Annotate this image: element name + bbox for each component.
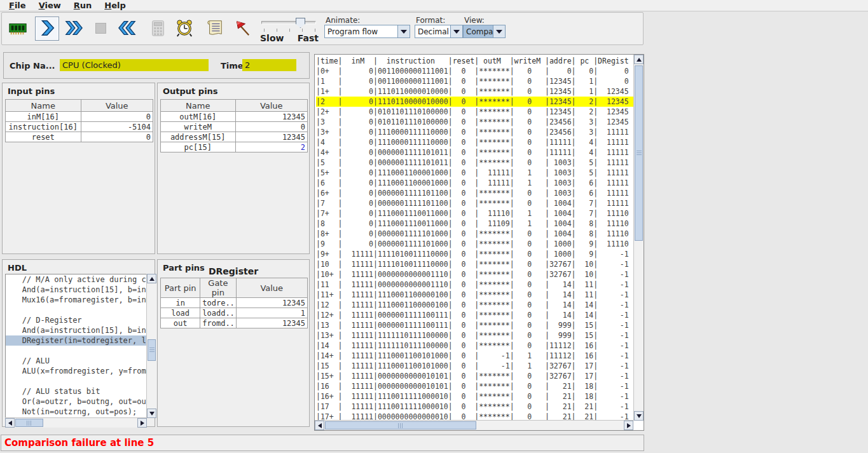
trace-row: |5+ | 0|1110001100001000| 0 | 11111| 1 |… bbox=[316, 168, 633, 178]
alarm-clock-icon bbox=[175, 18, 194, 39]
hdl-line: DRegister(in=todregister, lo bbox=[6, 335, 146, 346]
menu-run[interactable]: Run bbox=[67, 1, 99, 10]
chevron-down-icon[interactable] bbox=[493, 25, 506, 38]
scroll-left-icon[interactable] bbox=[315, 421, 324, 430]
animate-select[interactable]: Program flow bbox=[324, 25, 410, 38]
hdl-code-view: // M/A only active during c And(a=instru… bbox=[5, 274, 147, 418]
column-header: Name bbox=[6, 100, 81, 112]
fast-forward-icon bbox=[64, 18, 83, 39]
status-bar: Comparison failure at line 5 bbox=[1, 435, 644, 451]
trace-row: |0+ | 0|0011000000111001| 0 |*******| 0 … bbox=[316, 66, 633, 76]
breakpoints-button[interactable] bbox=[230, 17, 254, 41]
pin-name: pc[15] bbox=[161, 142, 236, 152]
scroll-down-icon[interactable] bbox=[634, 411, 644, 421]
hdl-line: // ALU bbox=[6, 356, 146, 366]
trace-vscroll-thumb[interactable] bbox=[635, 65, 643, 241]
table-row: inM[16]0 bbox=[6, 112, 153, 122]
single-step-button[interactable] bbox=[35, 17, 59, 41]
load-chip-button[interactable] bbox=[6, 17, 30, 41]
rewind-icon bbox=[118, 18, 137, 39]
pin-name: in bbox=[161, 298, 200, 308]
view-select[interactable]: Compa... bbox=[463, 25, 506, 38]
step-forward-icon bbox=[38, 18, 57, 39]
hdl-line: // ALU status bit bbox=[6, 386, 146, 396]
trace-row: |8 | 0|1110001110011000| 0 | 11109| 1 | … bbox=[316, 219, 633, 229]
pin-name: out bbox=[161, 318, 200, 328]
pin-value: 12345 bbox=[236, 298, 308, 308]
stop-button bbox=[88, 17, 113, 41]
trace-row: |11+ | 11111|1110001100000100| 0 |******… bbox=[316, 290, 633, 300]
trace-row: |4+ | 0|0000001111101011| 0 |*******| 0 … bbox=[316, 147, 633, 158]
trace-row: |17+ | 11111|0000000000000010| 0 |******… bbox=[316, 412, 633, 420]
pin-value: -5104 bbox=[81, 122, 153, 132]
pin-value: 12345 bbox=[235, 132, 308, 142]
pin-value: 12345 bbox=[235, 112, 308, 122]
trace-row: |14 | 11111|1111110111100000| 0 |*******… bbox=[316, 341, 633, 351]
speed-slider[interactable]: Slow Fast bbox=[259, 15, 321, 44]
reset-button[interactable] bbox=[115, 17, 139, 41]
hdl-panel: HDL // M/A only active during c And(a=in… bbox=[2, 259, 155, 427]
chip-name-field[interactable]: CPU (Clocked) bbox=[60, 59, 209, 71]
part-pins-table: Part pinGate pinValueintodre...12345load… bbox=[160, 278, 308, 328]
trace-row: |8+ | 0|0000001111101000| 0 |*******| 0 … bbox=[316, 229, 633, 239]
pin-value: 2 bbox=[235, 142, 308, 152]
hdl-line: Not(in=outzrng, out=pos); bbox=[6, 407, 146, 417]
pin-name: load bbox=[161, 308, 200, 318]
pin-name: addressM[15] bbox=[161, 132, 236, 142]
part-pins-panel: Part pins DRegister Part pinGate pinValu… bbox=[157, 259, 310, 427]
trace-row: |3+ | 0|1110000111110000| 0 |*******| 0 … bbox=[316, 127, 633, 137]
trace-vertical-scrollbar[interactable] bbox=[633, 55, 644, 421]
slider-fast-label: Fast bbox=[298, 33, 319, 43]
animate-label: Animate: bbox=[326, 16, 360, 25]
scroll-up-icon[interactable] bbox=[147, 274, 156, 283]
view-script-button[interactable] bbox=[203, 17, 227, 41]
scroll-right-icon[interactable] bbox=[137, 418, 147, 428]
hdl-horizontal-scrollbar[interactable] bbox=[5, 417, 147, 428]
hdl-vertical-scrollbar[interactable] bbox=[146, 274, 156, 418]
pin-name: inM[16] bbox=[6, 112, 81, 122]
column-header: Value bbox=[81, 100, 153, 112]
calculator-button bbox=[146, 17, 170, 41]
input-pins-table: NameValueinM[16]0instruction[16]-5104res… bbox=[5, 99, 153, 142]
slider-track[interactable] bbox=[261, 21, 316, 24]
trace-row: |6 | 0|1110001100001000| 0 | 11111| 1 | … bbox=[316, 178, 633, 188]
menu-help[interactable]: Help bbox=[98, 1, 132, 10]
run-button[interactable] bbox=[62, 17, 86, 41]
format-select[interactable]: Decimal bbox=[415, 25, 463, 38]
hdl-title: HDL bbox=[8, 263, 27, 273]
status-message: Comparison failure at line 5 bbox=[1, 437, 154, 449]
trace-row: |17 | 11111|1110011111000010| 0 |*******… bbox=[316, 402, 633, 412]
scroll-right-icon[interactable] bbox=[624, 421, 633, 430]
clock-button[interactable] bbox=[172, 17, 196, 41]
trace-row: |10 | 11111|1111010011110000| 0 |*******… bbox=[316, 259, 633, 269]
trace-output-panel: |time| inM | instruction |reset| outM |w… bbox=[314, 54, 644, 431]
hdl-line: ALU(x=fromdregister, y=fromm bbox=[6, 366, 146, 376]
menu-file[interactable]: File bbox=[3, 1, 32, 10]
trace-row: |4 | 0|1110000111110000| 0 |*******| 0 |… bbox=[316, 137, 633, 147]
trace-horizontal-scrollbar[interactable] bbox=[315, 420, 633, 430]
scroll-left-icon[interactable] bbox=[5, 418, 15, 428]
trace-row: |5 | 0|0000001111101011| 0 |*******| 0 |… bbox=[316, 158, 633, 168]
table-row: outM[16]12345 bbox=[161, 112, 308, 122]
pin-value: todre... bbox=[200, 298, 236, 308]
hdl-hscroll-thumb[interactable] bbox=[15, 419, 43, 427]
pin-name: reset bbox=[6, 132, 81, 142]
menu-view[interactable]: View bbox=[32, 1, 67, 10]
hdl-vscroll-thumb[interactable] bbox=[148, 339, 156, 361]
output-pins-panel: Output pins NameValueoutM[16]12345writeM… bbox=[157, 83, 310, 254]
trace-row: |2 | 0|1110110000010000| 0 |*******| 0 |… bbox=[316, 97, 633, 107]
hdl-line: And(a=instruction[15], b=ins bbox=[6, 285, 146, 295]
chevron-down-icon[interactable] bbox=[451, 25, 463, 38]
animate-value[interactable]: Program flow bbox=[324, 25, 398, 38]
time-field[interactable]: 2 bbox=[242, 59, 296, 71]
slider-slow-label: Slow bbox=[260, 33, 284, 43]
trace-hscroll-thumb[interactable] bbox=[325, 421, 476, 429]
scroll-down-icon[interactable] bbox=[147, 409, 156, 418]
scroll-up-icon[interactable] bbox=[634, 55, 644, 64]
red-flag-icon bbox=[232, 18, 251, 39]
slider-thumb[interactable] bbox=[296, 18, 305, 28]
view-value[interactable]: Compa... bbox=[463, 25, 493, 38]
output-pins-table: NameValueoutM[16]12345writeM0addressM[15… bbox=[160, 99, 308, 152]
format-value[interactable]: Decimal bbox=[415, 25, 451, 38]
chevron-down-icon[interactable] bbox=[398, 25, 410, 38]
